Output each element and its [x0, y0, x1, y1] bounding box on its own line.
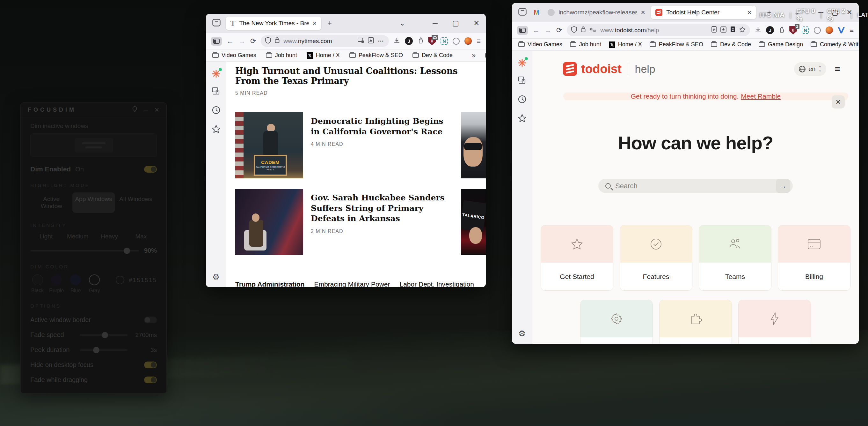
history-clock-icon[interactable]: [518, 95, 527, 105]
highlight-app-windows-option[interactable]: App Windows: [72, 192, 115, 213]
tracking-shield-icon[interactable]: [265, 37, 271, 45]
bookmark-home-x[interactable]: 𝕏Home / X: [307, 52, 340, 59]
dim-color-black[interactable]: Black: [30, 275, 44, 293]
focusdim-titlebar[interactable]: FOCUSDIM ─ ✕: [21, 103, 166, 117]
search-input[interactable]: [615, 182, 776, 190]
downloads-icon[interactable]: [755, 27, 761, 34]
permissions-icon[interactable]: [589, 27, 596, 34]
tab-close-icon[interactable]: ✕: [747, 9, 752, 16]
sidebar-toggle-button[interactable]: [517, 26, 528, 35]
bookmark-dev-code[interactable]: Dev & Code: [412, 52, 453, 59]
card-get-started[interactable]: Get Started: [540, 225, 613, 291]
reader-view-icon[interactable]: [712, 26, 717, 34]
screen-share-icon[interactable]: [358, 38, 364, 45]
card-troubleshooting[interactable]: [738, 300, 811, 344]
tab-github-peakflow[interactable]: inchwormz/peakflow-releases: PeakF ✕: [544, 6, 649, 19]
settings-gear-icon[interactable]: ⚙: [518, 329, 526, 339]
maximize-button[interactable]: ▢: [452, 19, 459, 27]
tab-close-icon[interactable]: ✕: [641, 9, 645, 16]
j-extension-icon[interactable]: J: [405, 37, 413, 45]
search-submit-button[interactable]: →: [776, 179, 790, 193]
article-image-cpac[interactable]: [235, 189, 303, 255]
topic-link-trump-administration[interactable]: Trump Administration: [235, 281, 304, 287]
bookmark-video-games[interactable]: Video Games: [212, 52, 256, 59]
intensity-max[interactable]: Max: [125, 233, 157, 240]
pomodoro-extension-icon[interactable]: [826, 27, 833, 34]
send-to-device-icon[interactable]: [518, 76, 527, 86]
page-assist-extension-icon[interactable]: [417, 37, 423, 45]
bookmark-job-hunt[interactable]: Job hunt: [570, 41, 601, 48]
save-page-icon[interactable]: [368, 37, 374, 45]
card-teams[interactable]: Teams: [699, 225, 771, 291]
bookmark-peakflow-seo[interactable]: PeakFlow & SEO: [349, 52, 403, 59]
active-window-border-toggle[interactable]: [144, 316, 157, 323]
intensity-slider[interactable]: [30, 250, 139, 252]
bookmark-star-icon[interactable]: [212, 125, 221, 135]
toolbox-icon[interactable]: [518, 8, 527, 17]
fade-while-dragging-toggle[interactable]: [144, 376, 157, 383]
history-clock-icon[interactable]: [212, 106, 221, 116]
banner-close-button[interactable]: ✕: [832, 95, 845, 109]
downloads-icon[interactable]: [394, 37, 400, 45]
bookmark-star-icon[interactable]: [739, 27, 746, 34]
dim-color-custom[interactable]: #151515: [116, 276, 157, 284]
reload-button[interactable]: ⟳: [556, 27, 562, 34]
reload-button[interactable]: ⟳: [250, 38, 256, 45]
vimium-extension-icon[interactable]: [838, 27, 845, 33]
card-settings[interactable]: [580, 300, 653, 344]
page-assist-extension-icon[interactable]: [779, 26, 784, 34]
bookmark-home-x[interactable]: 𝕏Home / X: [609, 41, 642, 48]
dim-color-blue[interactable]: Blue: [68, 275, 83, 293]
todoist-brand-text[interactable]: todoist: [581, 62, 621, 76]
minimize-icon[interactable]: ─: [144, 107, 148, 114]
ai-starburst-icon[interactable]: [212, 69, 221, 78]
tab-todoist-help[interactable]: Todoist Help Center ✕: [651, 6, 756, 19]
send-to-device-icon[interactable]: [212, 87, 221, 97]
more-options-icon[interactable]: ⋯: [378, 37, 384, 45]
loop-extension-icon[interactable]: [453, 38, 460, 45]
tab-nytimes[interactable]: T The New York Times - Breaking New ✕: [226, 17, 321, 30]
notion-clipper-icon[interactable]: N: [802, 27, 809, 34]
peek-duration-slider[interactable]: [80, 349, 127, 351]
app-menu-icon[interactable]: ≡: [849, 27, 854, 34]
tracking-shield-icon[interactable]: [571, 26, 577, 34]
pomodoro-extension-icon[interactable]: [464, 37, 472, 45]
card-features[interactable]: Features: [620, 225, 692, 291]
bookmark-star-icon[interactable]: [518, 114, 527, 124]
intensity-heavy[interactable]: Heavy: [94, 233, 125, 240]
dim-enabled-toggle[interactable]: [144, 166, 157, 173]
gray-swatch[interactable]: [89, 275, 100, 285]
intensity-medium[interactable]: Medium: [62, 233, 93, 240]
ai-starburst-icon[interactable]: [518, 58, 527, 67]
card-integrations[interactable]: [659, 300, 732, 344]
j-extension-icon[interactable]: J: [766, 26, 774, 34]
save-page-icon[interactable]: [720, 27, 726, 34]
dim-color-purple[interactable]: Purple: [49, 275, 64, 293]
back-button[interactable]: ←: [227, 38, 234, 45]
other-bookmarks[interactable]: Other Bookmarks: [485, 52, 486, 59]
adjacent-article-image[interactable]: TALARICO: [461, 189, 486, 255]
new-tab-button[interactable]: +: [328, 20, 332, 27]
dim-color-gray[interactable]: Gray: [87, 275, 102, 293]
highlight-active-window-option[interactable]: Active Window: [30, 192, 72, 213]
adjacent-article-image[interactable]: [461, 112, 486, 178]
todoist-urlbar[interactable]: www.todoist.com/help 2: [567, 24, 750, 36]
close-button[interactable]: ✕: [474, 19, 479, 27]
toolbox-icon[interactable]: [212, 19, 221, 28]
intensity-light[interactable]: Light: [30, 233, 62, 240]
nyt-urlbar[interactable]: www.nytimes.com ⋯: [261, 35, 389, 47]
gmail-pinned-tab[interactable]: M: [534, 8, 539, 17]
forward-button[interactable]: →: [239, 38, 245, 45]
custom-color-swatch[interactable]: [116, 276, 124, 284]
bookmark-video-games[interactable]: Video Games: [518, 41, 562, 48]
bookmarks-overflow-chevron[interactable]: »: [472, 52, 475, 59]
menu-icon[interactable]: ≡: [835, 63, 840, 74]
article-sanders-defeats[interactable]: Gov. Sarah Huckabee Sanders Suffers Stri…: [235, 189, 486, 255]
sidebar-toggle-button[interactable]: [211, 37, 222, 46]
bookmark-game-design[interactable]: Game Design: [759, 41, 803, 48]
highlight-all-windows-option[interactable]: All Windows: [115, 192, 157, 213]
card-billing[interactable]: Billing: [778, 225, 850, 291]
containers-icon[interactable]: 2: [730, 26, 735, 34]
lock-icon[interactable]: [275, 37, 280, 45]
notion-clipper-icon[interactable]: N: [440, 37, 448, 45]
